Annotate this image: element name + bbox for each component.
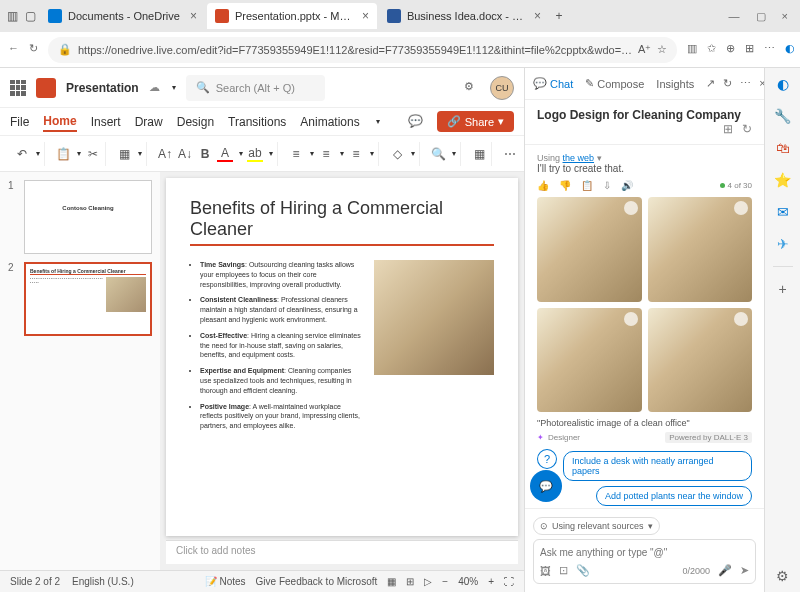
sources-selector[interactable]: ⊙ Using relevant sources ▾ (533, 517, 660, 535)
find-icon[interactable]: 🔍 (430, 146, 446, 162)
designer-icon[interactable]: ▦ (471, 146, 487, 162)
notes-input[interactable]: Click to add notes (166, 540, 518, 564)
chevron-down-icon[interactable]: ▾ (376, 117, 380, 126)
minimize-icon[interactable]: — (729, 10, 740, 23)
app-launcher-icon[interactable] (10, 80, 26, 96)
generated-image-2[interactable] (648, 197, 753, 302)
favorites-icon[interactable]: ✩ (707, 42, 716, 58)
slide-image[interactable] (374, 260, 494, 375)
font-decrease-icon[interactable]: A↓ (177, 146, 193, 162)
view-sorter-icon[interactable]: ⊞ (406, 576, 414, 587)
paste-icon[interactable]: 📋 (55, 146, 71, 162)
notes-toggle[interactable]: 📝 Notes (205, 576, 246, 587)
feedback-link[interactable]: Give Feedback to Microsoft (256, 576, 378, 587)
workspaces-icon[interactable]: ▢ (22, 8, 38, 24)
dislike-icon[interactable]: 👎 (559, 180, 571, 191)
bullets-icon[interactable]: ≡ (288, 146, 304, 162)
slide-canvas[interactable]: Benefits of Hiring a Commercial Cleaner … (166, 178, 518, 536)
tab-draw[interactable]: Draw (135, 113, 163, 131)
tab-design[interactable]: Design (177, 113, 214, 131)
close-icon[interactable]: × (534, 9, 541, 23)
zoom-in-icon[interactable]: + (488, 576, 494, 587)
zoom-level[interactable]: 40% (458, 576, 478, 587)
slide-title[interactable]: Benefits of Hiring a Commercial Cleaner (190, 198, 494, 246)
browser-tab-word[interactable]: Business Idea.docx - Microsoft W× (379, 3, 549, 29)
add-image-icon[interactable]: 🖼 (540, 565, 551, 577)
tab-chat[interactable]: 💬 Chat (533, 77, 573, 90)
copilot-sidebar-icon[interactable]: ◐ (773, 74, 793, 94)
document-name[interactable]: Presentation (66, 81, 139, 95)
cut-icon[interactable]: ✂ (85, 146, 101, 162)
like-icon[interactable]: 👍 (537, 180, 549, 191)
outlook-icon[interactable]: ✉ (773, 202, 793, 222)
undo-icon[interactable]: ↶ (14, 146, 30, 162)
more-icon[interactable]: ⋯ (740, 77, 751, 90)
copy-icon[interactable]: 📋 (581, 180, 593, 191)
settings-icon[interactable]: ⚙ (464, 80, 480, 96)
shapes-icon[interactable]: ◇ (389, 146, 405, 162)
tab-insert[interactable]: Insert (91, 113, 121, 131)
tab-home[interactable]: Home (43, 112, 76, 132)
mic-icon[interactable]: 🎤 (718, 564, 732, 577)
plugins-icon[interactable]: ⊞ (723, 122, 733, 136)
font-color-icon[interactable]: A (217, 146, 233, 162)
copilot-icon[interactable]: ◐ (785, 42, 795, 58)
more-icon[interactable]: ⋯ (764, 42, 775, 58)
suggestion-2[interactable]: Add potted plants near the window (596, 486, 752, 506)
back-icon[interactable]: ← (8, 42, 19, 58)
send-icon[interactable]: ✈ (773, 234, 793, 254)
maximize-icon[interactable]: ▢ (756, 10, 766, 23)
generated-image-1[interactable] (537, 197, 642, 302)
bold-icon[interactable]: B (197, 146, 213, 162)
generated-image-3[interactable] (537, 308, 642, 413)
new-slide-icon[interactable]: ▦ (116, 146, 132, 162)
read-icon[interactable]: 🔊 (621, 180, 633, 191)
using-web-link[interactable]: the web (563, 153, 595, 163)
visual-search-icon[interactable]: ⊡ (559, 564, 568, 577)
favorite-icon[interactable]: ☆ (657, 43, 667, 56)
view-normal-icon[interactable]: ▦ (387, 576, 396, 587)
fit-icon[interactable]: ⛶ (504, 576, 514, 587)
export-icon[interactable]: ⇩ (603, 180, 611, 191)
slide-thumbnail-1[interactable]: Contoso Cleaning (24, 180, 152, 254)
shopping-icon[interactable]: 🛍 (773, 138, 793, 158)
tab-insights[interactable]: Insights (656, 78, 694, 90)
attach-icon[interactable]: 📎 (576, 564, 590, 577)
new-topic-button[interactable]: 💬 (530, 470, 562, 502)
close-window-icon[interactable]: × (782, 10, 788, 23)
numbering-icon[interactable]: ≡ (318, 146, 334, 162)
tab-actions-icon[interactable]: ▥ (4, 8, 20, 24)
history-icon[interactable]: ↻ (742, 122, 752, 136)
search-input[interactable]: 🔍 Search (Alt + Q) (186, 75, 325, 101)
view-slideshow-icon[interactable]: ▷ (424, 576, 432, 587)
tab-file[interactable]: File (10, 113, 29, 131)
slide-thumbnail-2[interactable]: Benefits of Hiring a Commercial Cleaner … (24, 262, 152, 336)
user-avatar[interactable]: CU (490, 76, 514, 100)
close-icon[interactable]: × (362, 9, 369, 23)
collections-icon[interactable]: ⊕ (726, 42, 735, 58)
split-icon[interactable]: ▥ (687, 42, 697, 58)
highlight-icon[interactable]: ab (247, 146, 263, 162)
star-icon[interactable]: ⭐ (773, 170, 793, 190)
url-input[interactable]: 🔒 https://onedrive.live.com/edit?id=F773… (48, 37, 677, 63)
align-icon[interactable]: ≡ (348, 146, 364, 162)
tab-transitions[interactable]: Transitions (228, 113, 286, 131)
suggestion-1[interactable]: Include a desk with neatly arranged pape… (563, 451, 752, 481)
slide-bullets[interactable]: Time Savings: Outsourcing cleaning tasks… (190, 260, 362, 437)
open-icon[interactable]: ↗ (706, 77, 715, 90)
font-increase-icon[interactable]: A↑ (157, 146, 173, 162)
close-icon[interactable]: × (190, 9, 197, 23)
refresh-icon[interactable]: ↻ (723, 77, 732, 90)
tab-compose[interactable]: ✎ Compose (585, 77, 644, 90)
settings-icon[interactable]: ⚙ (773, 566, 793, 586)
more-icon[interactable]: ⋯ (502, 146, 518, 162)
browser-tab-presentation[interactable]: Presentation.pptx - Microsoft Po× (207, 3, 377, 29)
share-button[interactable]: 🔗 Share ▾ (437, 111, 514, 132)
help-icon[interactable]: ? (537, 449, 557, 469)
chevron-down-icon[interactable]: ▾ (172, 83, 176, 92)
comments-icon[interactable]: 💬 (408, 114, 423, 130)
add-icon[interactable]: + (773, 279, 793, 299)
extensions-icon[interactable]: ⊞ (745, 42, 754, 58)
read-aloud-icon[interactable]: A⁺ (638, 43, 651, 56)
refresh-icon[interactable]: ↻ (29, 42, 38, 58)
